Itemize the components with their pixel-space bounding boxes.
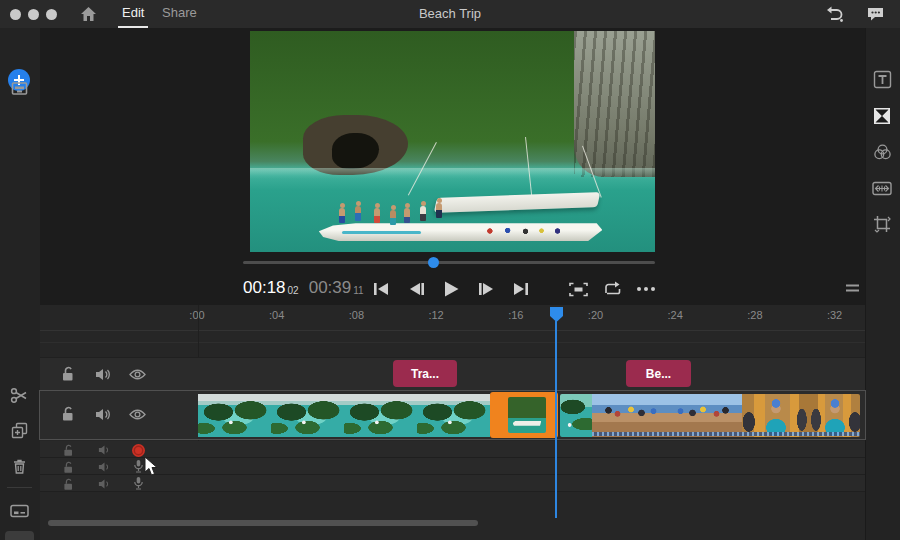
mouse-cursor	[144, 456, 159, 477]
video-preview[interactable]	[250, 31, 655, 252]
play-button[interactable]	[438, 278, 464, 300]
current-time: 00:18	[243, 278, 286, 297]
timeline-scrollbar[interactable]	[48, 520, 478, 526]
ruler-tick: :04	[260, 309, 294, 321]
person	[420, 206, 426, 221]
person	[355, 206, 361, 221]
ruler-tick: :12	[419, 309, 453, 321]
track-audio-1	[40, 441, 865, 458]
track-gap-line	[40, 342, 865, 343]
split-clip-icon[interactable]	[7, 383, 31, 407]
media-browser-icon[interactable]	[7, 76, 31, 100]
undo-icon[interactable]	[824, 5, 844, 23]
total-time: 00:39	[309, 278, 352, 297]
ruler-divider	[40, 330, 865, 331]
preview-scrubber[interactable]	[243, 261, 655, 264]
previous-edit-button[interactable]	[368, 278, 394, 300]
person	[404, 208, 410, 223]
fullscreen-icon[interactable]	[565, 278, 591, 300]
scrubber-handle[interactable]	[428, 257, 439, 268]
step-back-button[interactable]	[404, 278, 430, 300]
audio3-mute-icon[interactable]	[95, 475, 113, 493]
boat-deck-items	[481, 228, 570, 235]
timeline-settings-icon[interactable]	[839, 277, 865, 299]
app-window: Edit Share Beach Trip	[0, 0, 900, 540]
home-icon[interactable]	[80, 6, 97, 22]
title-track-mute-icon[interactable]	[94, 365, 112, 383]
color-panel-icon[interactable]	[870, 140, 894, 164]
ruler-tick: :16	[499, 309, 533, 321]
video-track-lock-icon[interactable]	[58, 405, 76, 423]
boat-canopy	[434, 192, 601, 213]
selected-clip-thumbnail	[508, 397, 546, 433]
ruler-tick: :00	[180, 309, 214, 321]
title-track-visibility-icon[interactable]	[128, 365, 146, 383]
window-close-button[interactable]	[10, 9, 21, 20]
ruler-tick: :28	[738, 309, 772, 321]
ruler-tick: :08	[339, 309, 373, 321]
clip-segment	[560, 394, 592, 437]
graphics-panel-icon[interactable]	[870, 67, 894, 91]
timecode-display: 00:180200:3911	[243, 277, 364, 299]
playhead-line	[555, 321, 557, 518]
person	[390, 210, 396, 225]
clip-segment	[667, 394, 742, 437]
speed-panel-icon[interactable]	[870, 176, 894, 200]
more-options-icon[interactable]	[633, 278, 659, 300]
next-edit-button[interactable]	[508, 278, 534, 300]
person	[374, 208, 380, 223]
video-track-visibility-icon[interactable]	[128, 405, 146, 423]
loop-icon[interactable]	[599, 278, 625, 300]
track-audio-3	[40, 475, 865, 492]
expand-tracks-icon[interactable]	[7, 534, 31, 540]
person	[436, 203, 442, 218]
ruler-tick: :24	[658, 309, 692, 321]
audio1-mute-icon[interactable]	[95, 441, 113, 459]
video-clip-beach[interactable]	[560, 394, 860, 437]
audio3-lock-icon[interactable]	[59, 475, 77, 493]
tab-share[interactable]: Share	[158, 0, 201, 26]
title-clip-2[interactable]: Be...	[626, 360, 691, 387]
clip-segment	[592, 394, 667, 437]
top-bar: Edit Share Beach Trip	[0, 0, 900, 29]
toolbar-divider	[7, 487, 32, 488]
left-toolbar	[0, 28, 41, 540]
audio2-lock-icon[interactable]	[59, 458, 77, 476]
person	[339, 208, 345, 223]
audio1-lock-icon[interactable]	[59, 441, 77, 459]
tab-edit[interactable]: Edit	[118, 0, 148, 28]
audio-waveform	[592, 432, 860, 436]
title-clip-1[interactable]: Tra...	[393, 360, 457, 387]
ruler-tick: :32	[818, 309, 852, 321]
video-track-mute-icon[interactable]	[94, 405, 112, 423]
video-clip-selected[interactable]	[490, 392, 558, 438]
track-controls-icon[interactable]	[7, 499, 31, 523]
video-clip-lagoon[interactable]	[198, 394, 490, 437]
title-track-lock-icon[interactable]	[58, 365, 76, 383]
current-frames: 02	[288, 285, 299, 296]
crop-panel-icon[interactable]	[870, 212, 894, 236]
right-panel-rail	[865, 28, 900, 540]
window-minimize-button[interactable]	[28, 9, 39, 20]
track-audio-2	[40, 458, 865, 475]
transitions-panel-icon[interactable]	[870, 104, 894, 128]
ruler-tick: :20	[579, 309, 613, 321]
total-frames: 11	[353, 285, 363, 296]
clip-segment	[810, 394, 860, 437]
delete-icon[interactable]	[7, 454, 31, 478]
feedback-icon[interactable]	[866, 6, 885, 22]
window-zoom-button[interactable]	[46, 9, 57, 20]
clip-segment	[742, 394, 810, 437]
audio2-mute-icon[interactable]	[95, 458, 113, 476]
step-forward-button[interactable]	[473, 278, 499, 300]
duplicate-icon[interactable]	[7, 418, 31, 442]
